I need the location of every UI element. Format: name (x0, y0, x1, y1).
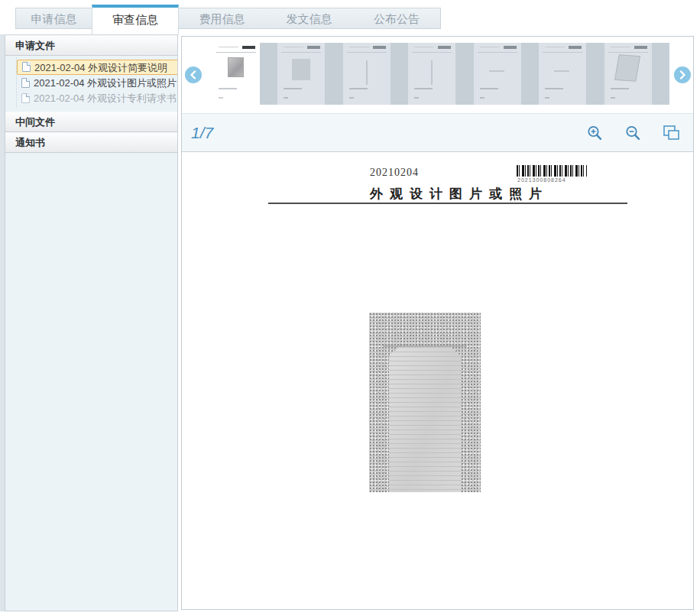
barcode-number: 2021300808264 (517, 177, 566, 183)
document-date: 20210204 (370, 167, 419, 179)
zoom-out-button[interactable] (624, 125, 641, 141)
multi-page-view-button[interactable] (663, 125, 681, 141)
section-intermediate-files[interactable]: 中间文件 (5, 112, 177, 132)
magnifier-plus-icon (586, 125, 603, 141)
thumbnail-page-3[interactable] (343, 43, 408, 105)
document-icon (22, 62, 31, 72)
design-image-granite-panel (369, 313, 481, 492)
viewer-toolbar: 1/7 (182, 113, 693, 152)
tab-publication-notice[interactable]: 公布公告 (353, 8, 441, 29)
panel-inner-recess (389, 347, 461, 492)
file-item-label: 2021-02-04 外观设计专利请求书 (34, 92, 177, 104)
overlapping-pages-icon (663, 125, 681, 141)
tab-application-info[interactable]: 申请信息 (15, 8, 92, 29)
tab-fee-info[interactable]: 费用信息 (178, 8, 266, 29)
thumbnail-page-5[interactable] (474, 43, 539, 105)
page-indicator: 1/7 (191, 124, 213, 142)
file-item-label: 2021-02-04 外观设计简要说明 (34, 62, 167, 73)
document-icon (21, 78, 30, 88)
application-file-list: 2021-02-04 外观设计简要说明 2021-02-04 外观设计图片或照片… (5, 56, 177, 112)
file-item-patent-request[interactable]: 2021-02-04 外观设计专利请求书 (5, 91, 177, 106)
tab-issuance-info[interactable]: 发文信息 (265, 8, 354, 29)
file-item-design-images[interactable]: 2021-02-04 外观设计图片或照片 (5, 76, 177, 91)
document-title: 外观设计图片或照片 (370, 185, 549, 203)
tab-examination-info[interactable]: 审查信息 (92, 5, 179, 34)
prev-page-button[interactable] (185, 66, 202, 83)
file-tree-sidebar: 申请文件 2021-02-04 外观设计简要说明 2021-02-04 外观设计… (5, 34, 178, 611)
thumbnail-strip (182, 37, 693, 113)
thumbnail-page-7[interactable] (604, 43, 669, 105)
magnifier-minus-icon (624, 125, 641, 141)
barcode-image (517, 165, 587, 177)
document-viewer-panel: 1/7 (181, 36, 694, 610)
patent-viewer-window: 申请信息 审查信息 费用信息 发文信息 公布公告 申请文件 2021-02-04… (0, 0, 700, 616)
thumbnail-page-6[interactable] (539, 43, 604, 105)
thumbnail-list (212, 43, 669, 105)
chevron-left-icon (189, 70, 198, 79)
panel-shoulder-line (383, 345, 467, 347)
file-item-brief-description[interactable]: 2021-02-04 外观设计简要说明 (17, 60, 178, 75)
thumbnail-page-4[interactable] (408, 43, 473, 105)
document-icon (21, 93, 30, 103)
next-page-button[interactable] (674, 66, 691, 83)
thumbnail-page-1[interactable] (212, 43, 277, 105)
document-page-view[interactable]: 20210204 2021300808264 外观设计图片或照片 (182, 152, 693, 608)
section-application-files[interactable]: 申请文件 (5, 35, 177, 56)
file-item-label: 2021-02-04 外观设计图片或照片 (34, 77, 177, 89)
zoom-in-button[interactable] (586, 125, 603, 141)
chevron-right-icon (678, 70, 687, 79)
section-notifications[interactable]: 通知书 (5, 132, 177, 153)
tab-bar: 申请信息 审查信息 费用信息 发文信息 公布公告 (0, 0, 700, 34)
thumbnail-page-2[interactable] (277, 43, 342, 105)
title-underline (268, 203, 627, 204)
